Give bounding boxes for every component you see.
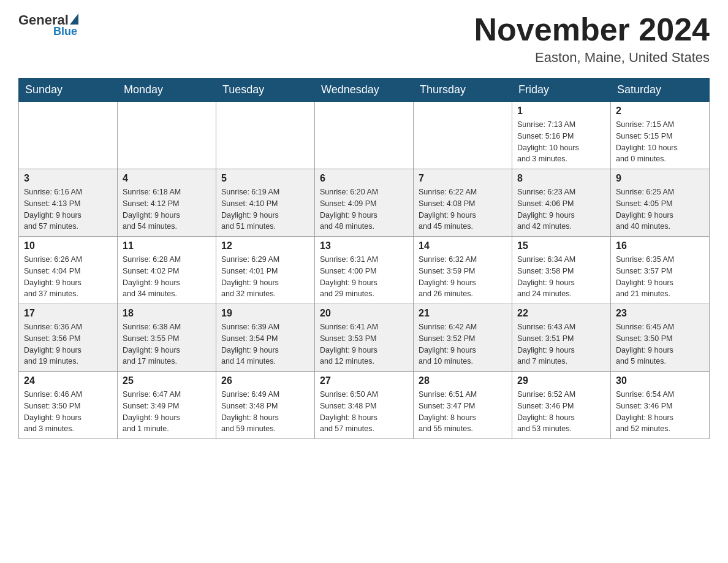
- calendar-day-cell: [19, 102, 118, 169]
- day-info: Sunrise: 6:32 AMSunset: 3:59 PMDaylight:…: [419, 254, 507, 300]
- day-info: Sunrise: 6:49 AMSunset: 3:48 PMDaylight:…: [221, 389, 309, 435]
- day-info: Sunrise: 6:47 AMSunset: 3:49 PMDaylight:…: [123, 389, 211, 435]
- calendar-day-cell: 12Sunrise: 6:29 AMSunset: 4:01 PMDayligh…: [216, 237, 315, 304]
- day-info: Sunrise: 6:29 AMSunset: 4:01 PMDaylight:…: [221, 254, 309, 300]
- calendar-day-cell: 11Sunrise: 6:28 AMSunset: 4:02 PMDayligh…: [118, 237, 216, 304]
- calendar-day-cell: 18Sunrise: 6:38 AMSunset: 3:55 PMDayligh…: [118, 304, 216, 372]
- day-number: 8: [517, 173, 605, 184]
- day-info: Sunrise: 6:35 AMSunset: 3:57 PMDaylight:…: [616, 254, 704, 300]
- calendar-week-row: 3Sunrise: 6:16 AMSunset: 4:13 PMDaylight…: [19, 169, 710, 237]
- day-info: Sunrise: 6:52 AMSunset: 3:46 PMDaylight:…: [517, 389, 605, 435]
- day-info: Sunrise: 6:38 AMSunset: 3:55 PMDaylight:…: [123, 321, 211, 367]
- calendar-day-cell: 17Sunrise: 6:36 AMSunset: 3:56 PMDayligh…: [19, 304, 118, 372]
- location-text: Easton, Maine, United States: [474, 50, 710, 66]
- calendar-day-cell: 24Sunrise: 6:46 AMSunset: 3:50 PMDayligh…: [19, 372, 118, 439]
- day-info: Sunrise: 6:23 AMSunset: 4:06 PMDaylight:…: [517, 186, 605, 232]
- calendar-day-cell: 4Sunrise: 6:18 AMSunset: 4:12 PMDaylight…: [118, 169, 216, 237]
- calendar-day-cell: 2Sunrise: 7:15 AMSunset: 5:15 PMDaylight…: [611, 102, 710, 169]
- calendar-week-row: 24Sunrise: 6:46 AMSunset: 3:50 PMDayligh…: [19, 372, 710, 439]
- day-info: Sunrise: 6:34 AMSunset: 3:58 PMDaylight:…: [517, 254, 605, 300]
- day-number: 14: [419, 240, 507, 251]
- day-number: 26: [221, 375, 309, 386]
- calendar-day-cell: 19Sunrise: 6:39 AMSunset: 3:54 PMDayligh…: [216, 304, 315, 372]
- calendar-week-row: 17Sunrise: 6:36 AMSunset: 3:56 PMDayligh…: [19, 304, 710, 372]
- day-of-week-header: Tuesday: [216, 79, 315, 102]
- calendar-week-row: 1Sunrise: 7:13 AMSunset: 5:16 PMDaylight…: [19, 102, 710, 169]
- day-of-week-header: Monday: [118, 79, 216, 102]
- day-number: 19: [221, 308, 309, 319]
- day-info: Sunrise: 6:26 AMSunset: 4:04 PMDaylight:…: [24, 254, 112, 300]
- day-info: Sunrise: 6:19 AMSunset: 4:10 PMDaylight:…: [221, 186, 309, 232]
- day-number: 22: [517, 308, 605, 319]
- day-info: Sunrise: 6:22 AMSunset: 4:08 PMDaylight:…: [419, 186, 507, 232]
- calendar-day-cell: 21Sunrise: 6:42 AMSunset: 3:52 PMDayligh…: [414, 304, 512, 372]
- day-number: 3: [24, 173, 112, 184]
- calendar-day-cell: [118, 102, 216, 169]
- day-info: Sunrise: 7:13 AMSunset: 5:16 PMDaylight:…: [517, 119, 605, 165]
- day-number: 7: [419, 173, 507, 184]
- day-number: 23: [616, 308, 704, 319]
- calendar-week-row: 10Sunrise: 6:26 AMSunset: 4:04 PMDayligh…: [19, 237, 710, 304]
- day-of-week-header: Friday: [512, 79, 611, 102]
- day-number: 28: [419, 375, 507, 386]
- day-of-week-header: Saturday: [611, 79, 710, 102]
- day-info: Sunrise: 6:25 AMSunset: 4:05 PMDaylight:…: [616, 186, 704, 232]
- day-info: Sunrise: 6:16 AMSunset: 4:13 PMDaylight:…: [24, 186, 112, 232]
- day-info: Sunrise: 6:51 AMSunset: 3:47 PMDaylight:…: [419, 389, 507, 435]
- day-info: Sunrise: 6:45 AMSunset: 3:50 PMDaylight:…: [616, 321, 704, 367]
- calendar-day-cell: 22Sunrise: 6:43 AMSunset: 3:51 PMDayligh…: [512, 304, 611, 372]
- calendar-day-cell: 28Sunrise: 6:51 AMSunset: 3:47 PMDayligh…: [414, 372, 512, 439]
- day-info: Sunrise: 6:31 AMSunset: 4:00 PMDaylight:…: [320, 254, 408, 300]
- calendar-day-cell: 13Sunrise: 6:31 AMSunset: 4:00 PMDayligh…: [315, 237, 414, 304]
- day-info: Sunrise: 6:36 AMSunset: 3:56 PMDaylight:…: [24, 321, 112, 367]
- calendar-day-cell: 30Sunrise: 6:54 AMSunset: 3:46 PMDayligh…: [611, 372, 710, 439]
- day-number: 18: [123, 308, 211, 319]
- calendar-day-cell: [414, 102, 512, 169]
- calendar-day-cell: 7Sunrise: 6:22 AMSunset: 4:08 PMDaylight…: [414, 169, 512, 237]
- calendar-day-cell: 20Sunrise: 6:41 AMSunset: 3:53 PMDayligh…: [315, 304, 414, 372]
- day-info: Sunrise: 6:50 AMSunset: 3:48 PMDaylight:…: [320, 389, 408, 435]
- day-number: 6: [320, 173, 408, 184]
- calendar-day-cell: 8Sunrise: 6:23 AMSunset: 4:06 PMDaylight…: [512, 169, 611, 237]
- day-info: Sunrise: 6:39 AMSunset: 3:54 PMDaylight:…: [221, 321, 309, 367]
- calendar-day-cell: 27Sunrise: 6:50 AMSunset: 3:48 PMDayligh…: [315, 372, 414, 439]
- day-info: Sunrise: 6:28 AMSunset: 4:02 PMDaylight:…: [123, 254, 211, 300]
- day-of-week-header: Thursday: [414, 79, 512, 102]
- calendar-day-cell: 16Sunrise: 6:35 AMSunset: 3:57 PMDayligh…: [611, 237, 710, 304]
- calendar-day-cell: 29Sunrise: 6:52 AMSunset: 3:46 PMDayligh…: [512, 372, 611, 439]
- calendar-header-row: SundayMondayTuesdayWednesdayThursdayFrid…: [19, 79, 710, 102]
- day-info: Sunrise: 6:20 AMSunset: 4:09 PMDaylight:…: [320, 186, 408, 232]
- calendar-day-cell: 3Sunrise: 6:16 AMSunset: 4:13 PMDaylight…: [19, 169, 118, 237]
- day-number: 27: [320, 375, 408, 386]
- calendar-day-cell: 9Sunrise: 6:25 AMSunset: 4:05 PMDaylight…: [611, 169, 710, 237]
- calendar-day-cell: 1Sunrise: 7:13 AMSunset: 5:16 PMDaylight…: [512, 102, 611, 169]
- day-number: 16: [616, 240, 704, 251]
- day-number: 25: [123, 375, 211, 386]
- day-info: Sunrise: 6:54 AMSunset: 3:46 PMDaylight:…: [616, 389, 704, 435]
- month-title: November 2024: [474, 12, 710, 47]
- logo: General Gene Blue: [18, 12, 78, 40]
- calendar-day-cell: 15Sunrise: 6:34 AMSunset: 3:58 PMDayligh…: [512, 237, 611, 304]
- calendar-day-cell: 6Sunrise: 6:20 AMSunset: 4:09 PMDaylight…: [315, 169, 414, 237]
- calendar-day-cell: 26Sunrise: 6:49 AMSunset: 3:48 PMDayligh…: [216, 372, 315, 439]
- day-of-week-header: Wednesday: [315, 79, 414, 102]
- calendar-day-cell: 14Sunrise: 6:32 AMSunset: 3:59 PMDayligh…: [414, 237, 512, 304]
- day-info: Sunrise: 6:42 AMSunset: 3:52 PMDaylight:…: [419, 321, 507, 367]
- day-number: 4: [123, 173, 211, 184]
- day-number: 13: [320, 240, 408, 251]
- day-number: 24: [24, 375, 112, 386]
- day-info: Sunrise: 6:46 AMSunset: 3:50 PMDaylight:…: [24, 389, 112, 435]
- logo-triangle-icon: [70, 13, 78, 25]
- day-info: Sunrise: 7:15 AMSunset: 5:15 PMDaylight:…: [616, 119, 704, 165]
- day-info: Sunrise: 6:43 AMSunset: 3:51 PMDaylight:…: [517, 321, 605, 367]
- day-number: 11: [123, 240, 211, 251]
- title-section: November 2024 Easton, Maine, United Stat…: [474, 12, 710, 66]
- day-number: 15: [517, 240, 605, 251]
- logo-blue-text: Blue: [53, 25, 77, 38]
- day-number: 30: [616, 375, 704, 386]
- day-info: Sunrise: 6:18 AMSunset: 4:12 PMDaylight:…: [123, 186, 211, 232]
- day-number: 20: [320, 308, 408, 319]
- calendar-day-cell: 5Sunrise: 6:19 AMSunset: 4:10 PMDaylight…: [216, 169, 315, 237]
- day-number: 21: [419, 308, 507, 319]
- day-number: 10: [24, 240, 112, 251]
